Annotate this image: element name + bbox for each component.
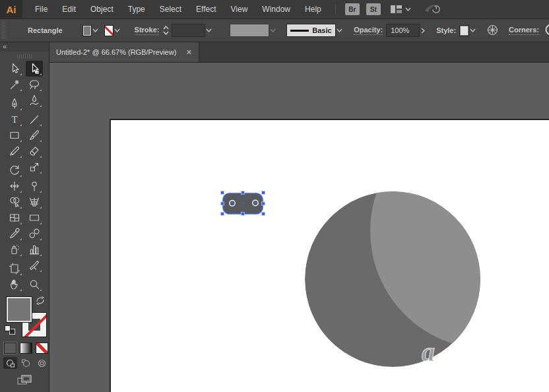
chevron-down-icon — [405, 7, 411, 11]
width-profile-chevron-icon — [269, 25, 277, 36]
tab-close-icon[interactable]: ✕ — [186, 48, 192, 57]
collapse-panel-button[interactable]: « — [0, 42, 49, 51]
corners-widget-icon[interactable] — [543, 23, 549, 38]
direct-selection-tool[interactable] — [26, 61, 43, 77]
draw-behind-button[interactable] — [19, 357, 33, 369]
fill-chevron-icon[interactable] — [92, 25, 100, 36]
opacity-expand-icon[interactable] — [420, 24, 428, 37]
app-bar-right: Br St — [335, 3, 441, 16]
swap-fill-stroke-icon[interactable] — [36, 296, 45, 307]
stroke-weight-label[interactable]: Stroke: — [135, 26, 160, 35]
fill-stroke-proxy — [0, 295, 49, 339]
style-swatch[interactable] — [459, 25, 468, 36]
rotate-tool[interactable] — [6, 162, 23, 178]
selected-rounded-rectangle[interactable] — [221, 191, 265, 216]
menu-type[interactable]: Type — [121, 0, 152, 18]
opacity-label[interactable]: Opacity: — [354, 26, 383, 35]
opacity-field[interactable]: 100% — [386, 24, 419, 37]
hand-tool[interactable] — [6, 277, 23, 292]
curvature-tool[interactable] — [26, 92, 43, 108]
draw-inside-button[interactable] — [35, 357, 49, 369]
menu-effect[interactable]: Effect — [189, 0, 223, 18]
recolor-artwork-icon[interactable] — [487, 24, 498, 37]
tools-panel: « T — [0, 42, 49, 392]
workspace-switcher[interactable] — [390, 5, 411, 14]
lasso-tool[interactable] — [26, 77, 43, 92]
control-bar-grip[interactable] — [1, 22, 6, 39]
shaper-tool[interactable] — [6, 143, 23, 159]
main-area: « T — [0, 42, 549, 392]
style-chevron-icon[interactable] — [469, 25, 477, 36]
menu-edit[interactable]: Edit — [55, 0, 83, 18]
selection-tool[interactable] — [6, 61, 23, 77]
stock-button[interactable]: St — [366, 3, 381, 15]
stroke-weight-chevron-icon[interactable] — [205, 25, 213, 36]
screen-mode-button[interactable] — [0, 374, 49, 386]
brush-chevron-icon[interactable] — [336, 25, 344, 36]
circle-object[interactable] — [305, 120, 549, 367]
menu-help[interactable]: Help — [298, 0, 329, 18]
document-tab-title: Untitled-2* @ 66.67% (RGB/Preview) — [56, 48, 176, 56]
eraser-tool[interactable] — [26, 143, 43, 159]
panel-grip[interactable] — [0, 51, 49, 61]
line-segment-tool[interactable] — [26, 112, 43, 127]
fill-proxy-swatch[interactable] — [6, 296, 32, 323]
paint-buttons — [0, 339, 49, 354]
type-tool[interactable]: T — [6, 112, 23, 127]
illustrator-window: Ai FileEditObjectTypeSelectEffectViewWin… — [0, 0, 549, 392]
gpu-power-icon[interactable] — [423, 3, 441, 16]
zoom-tool[interactable] — [26, 277, 43, 292]
stroke-weight-stepper[interactable] — [162, 24, 170, 37]
stroke-color-swatch[interactable] — [104, 25, 113, 36]
menu-bar: Ai FileEditObjectTypeSelectEffectViewWin… — [0, 0, 549, 18]
stroke-chevron-icon[interactable] — [113, 25, 121, 36]
slice-tool[interactable] — [26, 257, 43, 273]
pen-tool[interactable] — [6, 96, 23, 112]
bridge-button[interactable]: Br — [345, 3, 360, 15]
brush-definition-dropdown[interactable]: Basic — [286, 24, 336, 37]
screen-mode-icon — [16, 374, 32, 386]
center-point-widget[interactable] — [242, 202, 244, 204]
menu-window[interactable]: Window — [255, 0, 298, 18]
symbol-sprayer-tool[interactable] — [6, 242, 23, 257]
stroke-weight-field[interactable] — [172, 24, 205, 37]
rectangle-tool[interactable] — [6, 127, 23, 143]
document-tab-bar: Untitled-2* @ 66.67% (RGB/Preview) ✕ — [49, 42, 549, 63]
magic-wand-tool[interactable] — [6, 77, 23, 92]
draw-normal-button[interactable] — [3, 357, 17, 369]
drawing-modes — [0, 354, 49, 369]
shape-builder-tool[interactable] — [6, 194, 23, 210]
artboard-tool[interactable] — [6, 261, 23, 277]
corners-label[interactable]: Corners: — [509, 26, 539, 35]
control-bar: Rectangle Stroke: Basic Opacity: 100 — [0, 18, 549, 42]
menu-file[interactable]: File — [28, 0, 55, 18]
perspective-grid-tool[interactable] — [26, 194, 43, 210]
paintbrush-tool[interactable] — [26, 127, 43, 143]
canvas-area[interactable]: a — [49, 63, 549, 392]
blend-tool[interactable] — [26, 226, 43, 242]
brush-name: Basic — [312, 26, 331, 34]
tools-grid: T — [0, 61, 49, 292]
gradient-tool[interactable] — [26, 210, 43, 226]
puppet-warp-tool[interactable] — [26, 178, 43, 194]
width-tool[interactable] — [6, 178, 23, 194]
document-area: Untitled-2* @ 66.67% (RGB/Preview) ✕ — [49, 42, 549, 392]
scale-tool[interactable] — [26, 159, 43, 175]
document-tab[interactable]: Untitled-2* @ 66.67% (RGB/Preview) ✕ — [49, 42, 199, 62]
none-button[interactable] — [36, 343, 48, 354]
eyedropper-tool[interactable] — [6, 226, 23, 242]
menu-object[interactable]: Object — [83, 0, 121, 18]
menu-select[interactable]: Select — [152, 0, 189, 18]
column-graph-tool[interactable] — [26, 242, 43, 257]
menu-divider — [335, 4, 336, 15]
artboard[interactable]: a — [110, 119, 549, 392]
mesh-tool[interactable] — [6, 210, 23, 226]
gradient-button[interactable] — [20, 343, 32, 354]
default-fill-stroke-icon[interactable] — [5, 325, 15, 335]
color-button[interactable] — [4, 343, 16, 354]
menu-view[interactable]: View — [224, 0, 255, 18]
svg-text:T: T — [11, 114, 17, 125]
fill-color-swatch[interactable] — [82, 25, 92, 36]
workspace-layout-icon — [390, 5, 403, 14]
menu-list: FileEditObjectTypeSelectEffectViewWindow… — [28, 0, 329, 18]
